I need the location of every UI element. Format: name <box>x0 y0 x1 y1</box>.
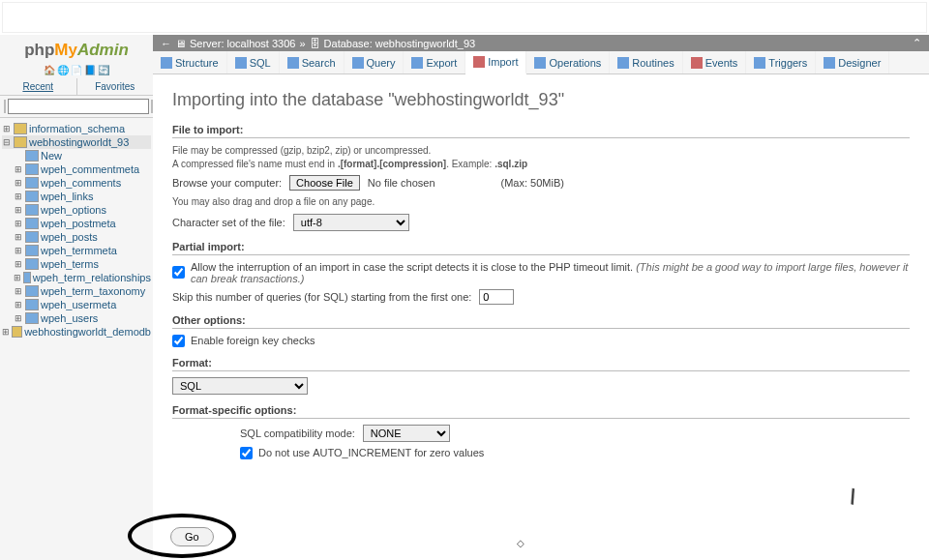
tree-item-wpeh-term-taxonomy[interactable]: ⊞wpeh_term_taxonomy <box>2 284 151 298</box>
tab-structure[interactable]: Structure <box>153 51 227 74</box>
skip-input[interactable] <box>479 289 514 305</box>
tree-node-label[interactable]: webhostingworldt_93 <box>29 136 129 148</box>
sql-compat-select[interactable]: NONE <box>363 425 450 442</box>
tree-toggle-icon[interactable]: ⊞ <box>2 124 12 133</box>
mini-icon-3[interactable]: 📘 <box>84 65 96 76</box>
tree-item-webhostingworldt-93[interactable]: ⊟webhostingworldt_93 <box>2 135 151 149</box>
tree-item-wpeh-usermeta[interactable]: ⊞wpeh_usermeta <box>2 298 151 311</box>
tab-recent[interactable]: Recent <box>0 78 77 95</box>
tree-toggle-icon[interactable]: ⊞ <box>14 232 23 242</box>
bc-back-icon[interactable]: ← <box>161 38 171 49</box>
tab-label: Operations <box>549 57 601 69</box>
tab-icon <box>287 57 299 69</box>
tab-sql[interactable]: SQL <box>227 51 280 74</box>
format-select[interactable]: SQL <box>172 377 308 395</box>
bc-server[interactable]: Server: localhost 3306 <box>190 38 295 49</box>
tree-item-wpeh-term-relationships[interactable]: ⊞wpeh_term_relationships <box>2 271 151 284</box>
tab-icon <box>824 57 835 69</box>
tree-collapse-icon[interactable] <box>4 100 6 113</box>
tree-item-wpeh-terms[interactable]: ⊞wpeh_terms <box>2 257 151 271</box>
tree-item-wpeh-links[interactable]: ⊞wpeh_links <box>2 190 151 203</box>
tab-events[interactable]: Events <box>683 51 747 74</box>
no-autoincrement-checkbox[interactable] <box>240 447 253 459</box>
tree-node-icon <box>25 245 39 256</box>
fk-label: Enable foreign key checks <box>191 335 315 346</box>
tree-node-label[interactable]: wpeh_commentmeta <box>41 163 139 175</box>
tree-node-label[interactable]: wpeh_usermeta <box>41 299 116 310</box>
skip-label: Skip this number of queries (for SQL) st… <box>172 291 471 303</box>
section-format: Format: <box>172 357 910 371</box>
tree-toggle-icon[interactable]: ⊞ <box>14 313 23 323</box>
tree-toggle-icon[interactable]: ⊞ <box>14 246 23 255</box>
tree-node-label[interactable]: wpeh_term_taxonomy <box>41 285 145 297</box>
tree-node-icon <box>25 163 39 175</box>
charset-select[interactable]: utf-8 <box>293 214 409 231</box>
tree-item-wpeh-options[interactable]: ⊞wpeh_options <box>2 203 151 217</box>
tree-node-icon <box>23 272 31 283</box>
tree-node-label[interactable]: wpeh_termmeta <box>41 245 117 256</box>
recent-favorites-tabs: Recent Favorites <box>0 78 153 96</box>
mini-icon-1[interactable]: 🌐 <box>57 65 69 76</box>
tree-node-icon <box>25 204 39 216</box>
tree-toggle-icon[interactable]: ⊞ <box>14 178 23 188</box>
tab-designer[interactable]: Designer <box>816 51 889 74</box>
bc-db-icon: 🗄 <box>310 38 320 49</box>
tree-toggle-icon[interactable]: ⊞ <box>14 164 23 174</box>
go-button[interactable]: Go <box>170 527 214 546</box>
tree-toggle-icon[interactable]: ⊞ <box>14 273 21 282</box>
tree-toggle-icon[interactable]: ⊞ <box>14 286 23 296</box>
sidebar: phpMyAdmin 🏠🌐📄📘🔄 Recent Favorites ⊞infor… <box>0 35 153 560</box>
tree-node-label[interactable]: wpeh_options <box>41 204 106 216</box>
tree-toggle-icon[interactable]: ⊞ <box>14 300 23 309</box>
tree-item-information-schema[interactable]: ⊞information_schema <box>2 122 151 135</box>
mini-icon-4[interactable]: 🔄 <box>98 65 109 76</box>
tree-item-wpeh-posts[interactable]: ⊞wpeh_posts <box>2 230 151 244</box>
tree-node-label[interactable]: wpeh_terms <box>41 258 99 270</box>
tree-item-wpeh-comments[interactable]: ⊞wpeh_comments <box>2 176 151 190</box>
tree-node-label[interactable]: information_schema <box>29 123 125 134</box>
tree-toggle-icon[interactable]: ⊟ <box>2 137 12 147</box>
tab-favorites[interactable]: Favorites <box>77 78 154 95</box>
mini-icon-2[interactable]: 📄 <box>71 65 82 76</box>
fk-checkbox[interactable] <box>172 335 185 347</box>
choose-file-button[interactable]: Choose File <box>289 175 360 191</box>
tree-toggle-icon[interactable]: ⊞ <box>14 205 23 215</box>
db-tree: ⊞information_schema⊟webhostingworldt_93N… <box>0 118 153 342</box>
tree-item-New[interactable]: New <box>2 149 151 162</box>
tree-node-label[interactable]: wpeh_term_relationships <box>33 272 151 283</box>
tree-item-wpeh-users[interactable]: ⊞wpeh_users <box>2 311 151 325</box>
tree-node-label[interactable]: wpeh_postmeta <box>41 218 116 229</box>
tree-item-wpeh-termmeta[interactable]: ⊞wpeh_termmeta <box>2 244 151 257</box>
tree-toggle-icon[interactable]: ⊞ <box>14 192 23 201</box>
tree-item-wpeh-postmeta[interactable]: ⊞wpeh_postmeta <box>2 217 151 230</box>
tab-triggers[interactable]: Triggers <box>746 51 816 74</box>
tab-routines[interactable]: Routines <box>610 51 682 74</box>
mini-icon-0[interactable]: 🏠 <box>44 65 55 76</box>
logo[interactable]: phpMyAdmin <box>0 35 153 62</box>
tree-node-label[interactable]: wpeh_links <box>41 191 93 202</box>
tab-operations[interactable]: Operations <box>526 51 610 74</box>
tree-filter-input[interactable] <box>8 99 149 114</box>
tab-label: Events <box>705 57 738 69</box>
tree-node-label[interactable]: webhostingworldt_demodb <box>24 326 151 338</box>
tab-export[interactable]: Export <box>404 51 465 74</box>
bc-collapse-icon[interactable]: ⌃ <box>913 37 921 49</box>
tab-label: Import <box>488 56 518 68</box>
tree-toggle-icon[interactable]: ⊞ <box>2 327 10 337</box>
stray-dot: ◇ <box>517 538 524 548</box>
tree-toggle-icon[interactable]: ⊞ <box>14 259 23 269</box>
tree-node-label[interactable]: New <box>41 150 62 162</box>
tree-node-label[interactable]: wpeh_posts <box>41 231 98 243</box>
tree-node-label[interactable]: wpeh_comments <box>41 177 121 189</box>
tab-query[interactable]: Query <box>345 51 405 74</box>
tree-toggle-icon[interactable]: ⊞ <box>14 219 23 228</box>
tree-item-webhostingworldt-demodb[interactable]: ⊞webhostingworldt_demodb <box>2 325 151 339</box>
compress-tip1: File may be compressed (gzip, bzip2, zip… <box>172 144 910 158</box>
tree-node-label[interactable]: wpeh_users <box>41 312 98 324</box>
allow-interrupt-checkbox[interactable] <box>172 266 185 279</box>
tab-label: Search <box>302 57 336 69</box>
tab-search[interactable]: Search <box>280 51 345 74</box>
tree-item-wpeh-commentmeta[interactable]: ⊞wpeh_commentmeta <box>2 162 151 176</box>
bc-db[interactable]: Database: webhostingworldt_93 <box>324 38 476 49</box>
tab-import[interactable]: Import <box>465 51 526 74</box>
